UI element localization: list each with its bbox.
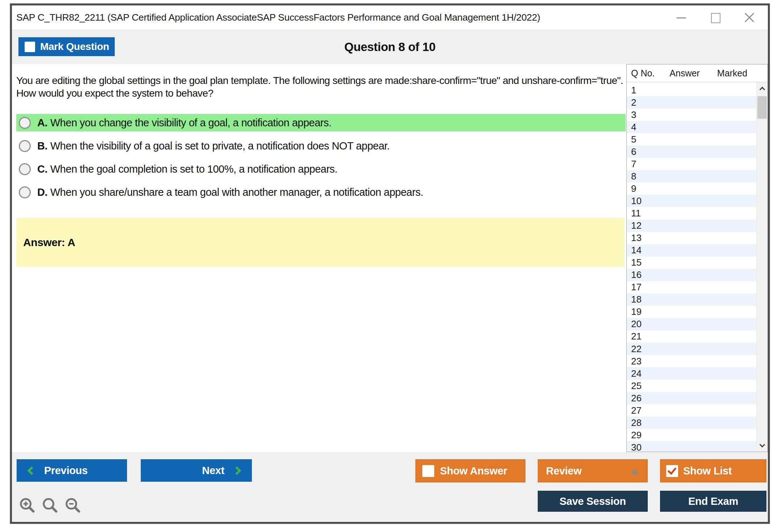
show-answer-button[interactable]: Show Answer xyxy=(415,459,525,482)
review-label: Review xyxy=(546,465,582,477)
qlist-row[interactable]: 18 xyxy=(627,294,756,306)
col-header-answer: Answer xyxy=(663,68,706,79)
option-b-radio[interactable] xyxy=(19,140,31,152)
option-letter: C. xyxy=(37,163,47,175)
qlist-row[interactable]: 22 xyxy=(627,343,756,355)
qlist-row[interactable]: 26 xyxy=(627,392,756,404)
qlist-row[interactable]: 14 xyxy=(627,244,756,257)
qlist-row[interactable]: 2 xyxy=(627,96,756,109)
end-exam-button[interactable]: End Exam xyxy=(660,491,766,512)
chevron-down-icon xyxy=(759,442,765,447)
save-session-label: Save Session xyxy=(559,495,626,507)
qlist-row[interactable]: 4 xyxy=(627,121,756,133)
close-button[interactable] xyxy=(744,12,755,23)
qlist-row[interactable]: 25 xyxy=(627,380,756,392)
qlist-row[interactable]: 27 xyxy=(627,404,756,417)
qlist-header: Q No. Answer Marked xyxy=(627,64,768,82)
qlist-row[interactable]: 11 xyxy=(627,207,756,219)
review-button[interactable]: Review xyxy=(538,459,648,482)
option-text: When the visibility of a goal is set to … xyxy=(50,140,390,152)
qlist-row[interactable]: 21 xyxy=(627,330,756,343)
qlist-rows: 1234567891011121314151617181920212223242… xyxy=(627,84,756,452)
options-list: A.When you change the visibility of a go… xyxy=(16,114,626,201)
qlist-row[interactable]: 8 xyxy=(627,170,756,182)
qlist-row[interactable]: 7 xyxy=(627,158,756,170)
option-a-radio[interactable] xyxy=(19,117,31,129)
qlist-row[interactable]: 10 xyxy=(627,195,756,207)
show-answer-label: Show Answer xyxy=(440,465,507,477)
option-text: When you change the visibility of a goal… xyxy=(50,117,331,128)
option-c-radio[interactable] xyxy=(19,163,31,175)
minimize-button[interactable] xyxy=(676,12,687,23)
qlist-row[interactable]: 17 xyxy=(627,281,756,294)
show-list-label: Show List xyxy=(683,465,732,477)
show-list-checkbox[interactable] xyxy=(666,465,678,477)
option-text: When you share/unshare a team goal with … xyxy=(50,186,423,198)
qlist-row[interactable]: 20 xyxy=(627,318,756,330)
show-list-button[interactable]: Show List xyxy=(660,459,766,482)
triangle-up-icon xyxy=(631,469,639,474)
option-letter: D. xyxy=(37,186,47,198)
qlist-row[interactable]: 28 xyxy=(627,417,756,429)
scroll-down-button[interactable] xyxy=(757,439,768,452)
qlist-row[interactable]: 29 xyxy=(627,429,756,441)
option-row-b[interactable]: B.When the visibility of a goal is set t… xyxy=(16,137,626,155)
qlist-row[interactable]: 15 xyxy=(627,257,756,269)
next-button[interactable]: Next xyxy=(141,459,252,482)
end-exam-label: End Exam xyxy=(688,495,738,507)
main-content: You are editing the global settings in t… xyxy=(12,64,768,452)
option-d-radio[interactable] xyxy=(19,186,31,198)
option-text: When the goal completion is set to 100%,… xyxy=(50,163,337,175)
col-header-qno: Q No. xyxy=(627,68,663,79)
zoom-controls xyxy=(19,497,81,514)
window-controls xyxy=(676,5,755,30)
question-counter: Question 8 of 10 xyxy=(12,30,768,64)
zoom-out-icon[interactable] xyxy=(64,497,81,514)
qlist-row[interactable]: 30 xyxy=(627,441,756,452)
qlist-row[interactable]: 23 xyxy=(627,355,756,367)
answer-box: Answer: A xyxy=(16,218,625,267)
qlist-scrollbar[interactable] xyxy=(756,82,768,452)
toolbar: Previous Next Show xyxy=(12,452,768,522)
maximize-button[interactable] xyxy=(710,12,721,23)
save-session-button[interactable]: Save Session xyxy=(538,491,648,512)
qlist-row[interactable]: 16 xyxy=(627,269,756,281)
answer-text: Answer: A xyxy=(23,236,75,249)
option-row-d[interactable]: D.When you share/unshare a team goal wit… xyxy=(16,183,626,201)
qlist-row[interactable]: 9 xyxy=(627,182,756,195)
option-row-a[interactable]: A.When you change the visibility of a go… xyxy=(16,114,626,131)
show-answer-checkbox[interactable] xyxy=(422,465,434,477)
qlist-row[interactable]: 19 xyxy=(627,306,756,318)
titlebar: SAP C_THR82_2211 (SAP Certified Applicat… xyxy=(12,5,768,30)
zoom-reset-icon[interactable] xyxy=(42,497,58,514)
exam-header: Mark Question Question 8 of 10 xyxy=(12,30,768,64)
qlist-body: 1234567891011121314151617181920212223242… xyxy=(627,82,768,452)
col-header-marked: Marked xyxy=(706,68,768,79)
scroll-up-button[interactable] xyxy=(757,82,768,94)
qlist-row[interactable]: 13 xyxy=(627,232,756,244)
chevron-left-icon xyxy=(27,466,36,475)
zoom-in-icon[interactable] xyxy=(19,497,35,514)
chevron-up-icon xyxy=(759,86,765,92)
question-panel: You are editing the global settings in t… xyxy=(12,64,626,452)
window-title: SAP C_THR82_2211 (SAP Certified Applicat… xyxy=(16,12,540,23)
chevron-right-icon xyxy=(232,466,241,475)
qlist-row[interactable]: 1 xyxy=(627,84,756,96)
qlist-row[interactable]: 5 xyxy=(627,133,756,145)
question-text: You are editing the global settings in t… xyxy=(16,74,626,100)
app-window: SAP C_THR82_2211 (SAP Certified Applicat… xyxy=(10,4,770,524)
previous-label: Previous xyxy=(44,465,88,477)
qlist-row[interactable]: 12 xyxy=(627,220,756,232)
qlist-row[interactable]: 24 xyxy=(627,367,756,380)
scroll-thumb[interactable] xyxy=(757,96,767,119)
option-row-c[interactable]: C.When the goal completion is set to 100… xyxy=(16,160,626,178)
next-label: Next xyxy=(202,465,224,477)
question-list-panel: Q No. Answer Marked 12345678910111213141… xyxy=(626,64,768,452)
qlist-row[interactable]: 6 xyxy=(627,145,756,158)
qlist-row[interactable]: 3 xyxy=(627,109,756,121)
option-letter: A. xyxy=(37,117,47,128)
previous-button[interactable]: Previous xyxy=(17,459,127,482)
option-letter: B. xyxy=(37,140,47,152)
